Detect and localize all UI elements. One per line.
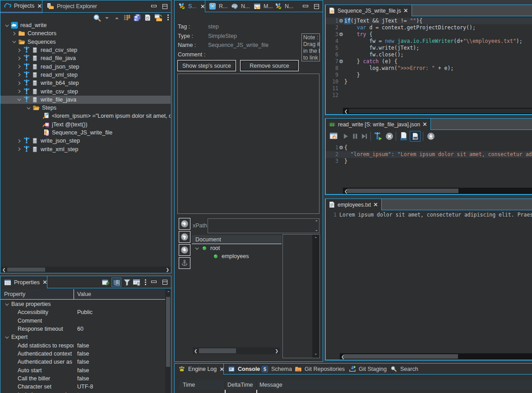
tab-search[interactable]: Search (387, 364, 422, 374)
tab-schema[interactable]: Schema (258, 364, 296, 374)
column-header-deltatime[interactable]: DeltaTime (227, 382, 253, 388)
spinner-up-icon[interactable]: ⌃ (315, 220, 318, 224)
tab-json-requester[interactable]: read_write [S: write_file_java].json ✕ (325, 118, 431, 130)
go-down-button[interactable] (179, 244, 190, 256)
scroll-right-icon[interactable]: ❯ (166, 268, 169, 272)
tree-item[interactable]: Sequences (0, 38, 171, 46)
tab-js-file[interactable]: Sequence_JS_write_file.js ✕ (325, 5, 412, 16)
txt-code-area[interactable]: 1Lorem ipsum dolor sit amet, consectetur… (325, 211, 532, 352)
chevron-expanded-icon[interactable] (15, 97, 23, 102)
tree-item[interactable]: Steps (0, 104, 171, 112)
maximize-icon[interactable] (314, 4, 319, 9)
tab-git-staging[interactable]: Git Staging (345, 364, 390, 374)
tab-employees-txt[interactable]: employees.txt ✕ (325, 199, 382, 210)
chevron-expanded-icon[interactable] (3, 23, 10, 28)
json-code-area[interactable]: 1{2 "lorem_ipsum": "Lorem ipsum dolor si… (325, 143, 532, 187)
property-row[interactable]: Response timeout 60 (0, 325, 165, 333)
property-row[interactable]: Authenticated context required false (0, 350, 165, 358)
refresh-icon[interactable] (144, 14, 151, 21)
json-view-icon[interactable] (410, 131, 421, 142)
property-row[interactable]: Expert (0, 333, 165, 341)
xpath-input[interactable]: ⌃ ⌄ (208, 218, 319, 233)
chevron-expanded-icon[interactable] (193, 245, 200, 251)
chevron-collapsed-icon[interactable] (10, 31, 18, 37)
chevron-expanded-icon[interactable] (4, 301, 10, 307)
save-all-icon[interactable] (133, 14, 141, 22)
chevron-collapsed-icon[interactable] (15, 55, 23, 61)
tree-item[interactable]: read_csv_step (0, 46, 171, 54)
tab-engine-log[interactable]: Engine Log ✕ (175, 364, 224, 375)
document-tree-header[interactable]: Document (192, 235, 282, 244)
close-icon[interactable]: ✕ (42, 279, 47, 285)
js-hscrollbar[interactable]: ❮ (343, 108, 532, 114)
property-row[interactable]: Base properties (0, 300, 165, 308)
pause-icon[interactable] (352, 133, 359, 140)
fold-marker-icon[interactable] (338, 58, 344, 65)
categories-icon[interactable] (111, 277, 121, 287)
go-up-button[interactable] (179, 231, 190, 243)
properties-vscrollbar[interactable]: ⌃ (165, 289, 171, 393)
maximize-icon[interactable] (162, 4, 167, 9)
anchor-button[interactable] (179, 257, 190, 269)
tree-item[interactable]: jText @(text()) (0, 120, 171, 129)
spinner-down-icon[interactable]: ⌄ (315, 227, 318, 232)
tree-item[interactable]: root (192, 244, 282, 252)
scroll-up-icon[interactable]: ⌃ (167, 291, 171, 295)
view-menu-icon[interactable] (143, 279, 148, 285)
close-icon[interactable]: ✕ (373, 202, 378, 208)
column-header-message[interactable]: Message (259, 382, 282, 388)
table-settings-icon[interactable] (133, 278, 141, 287)
tab-git-repositories[interactable]: Git Repositories (291, 364, 348, 374)
txt-hscrollbar[interactable]: ❮ (340, 353, 532, 360)
minimize-icon[interactable] (303, 5, 308, 9)
projects-hscrollbar[interactable]: ❮ ❯ (1, 267, 171, 273)
chevron-expanded-icon[interactable] (4, 334, 10, 340)
tree-item[interactable]: write_csv_step (0, 87, 171, 95)
minimize-icon[interactable] (151, 5, 157, 9)
property-row[interactable]: Call the biller false (0, 375, 165, 383)
scroll-right-icon[interactable]: ❯ (275, 349, 278, 353)
xml-view-icon[interactable] (399, 132, 408, 141)
engine-settings-icon[interactable] (329, 132, 338, 141)
chevron-collapsed-icon[interactable] (15, 80, 23, 86)
chevron-expanded-icon[interactable] (10, 39, 18, 45)
result-vscrollbar[interactable]: ⌃ ⌄ (312, 235, 319, 358)
js-code-area[interactable]: 1if(jText && jText != ""){2 var d = cont… (325, 17, 532, 107)
property-row[interactable]: Accessibility Public (0, 308, 165, 316)
tree-item[interactable]: <lorem_ipsum> ="Lorem ipsum dolor sit am… (0, 112, 171, 120)
remove-source-button[interactable]: Remove source (240, 60, 299, 71)
chevron-down-icon[interactable] (103, 14, 111, 22)
fold-marker-icon[interactable] (338, 31, 344, 38)
tab-project-explorer[interactable]: Project Explorer (42, 0, 101, 12)
view-menu-icon[interactable] (166, 14, 170, 20)
chevron-collapsed-icon[interactable] (15, 64, 23, 69)
close-icon[interactable]: ✕ (403, 8, 408, 14)
import-sync-icon[interactable] (154, 14, 162, 22)
collapse-tree-icon[interactable] (123, 14, 130, 21)
tree-item[interactable]: write_b64_step (0, 79, 171, 87)
tree-item[interactable]: write_xml_step (0, 145, 171, 153)
tree-item[interactable]: read_write (0, 21, 171, 29)
tab-step-source[interactable]: S... ✕ (175, 0, 205, 12)
property-row[interactable]: Comment (0, 317, 165, 325)
maximize-icon[interactable] (162, 280, 167, 285)
chevron-expanded-icon[interactable] (25, 105, 32, 111)
property-row[interactable]: Include response element true (0, 391, 165, 393)
step-icon[interactable] (361, 133, 368, 140)
tree-item[interactable]: employees (192, 252, 282, 260)
stop-icon[interactable] (385, 132, 393, 140)
chevron-collapsed-icon[interactable] (15, 72, 23, 78)
close-icon[interactable]: ✕ (422, 121, 427, 127)
chevron-collapsed-icon[interactable] (15, 146, 23, 152)
play-icon[interactable] (342, 133, 349, 140)
tab-palette[interactable]: N... (227, 0, 253, 12)
tab-properties[interactable]: Properties ✕ (0, 276, 47, 288)
column-splitter[interactable] (74, 289, 74, 300)
tree-item[interactable]: Connectors (0, 29, 171, 37)
tree-item[interactable]: read_xml_step (0, 71, 171, 79)
tab-projects[interactable]: Projects ✕ (0, 0, 42, 13)
chevron-collapsed-icon[interactable] (15, 47, 23, 53)
fold-marker-icon[interactable] (338, 144, 344, 151)
property-row[interactable]: Auto start false (0, 366, 165, 374)
column-header-property[interactable]: Property (4, 291, 25, 297)
